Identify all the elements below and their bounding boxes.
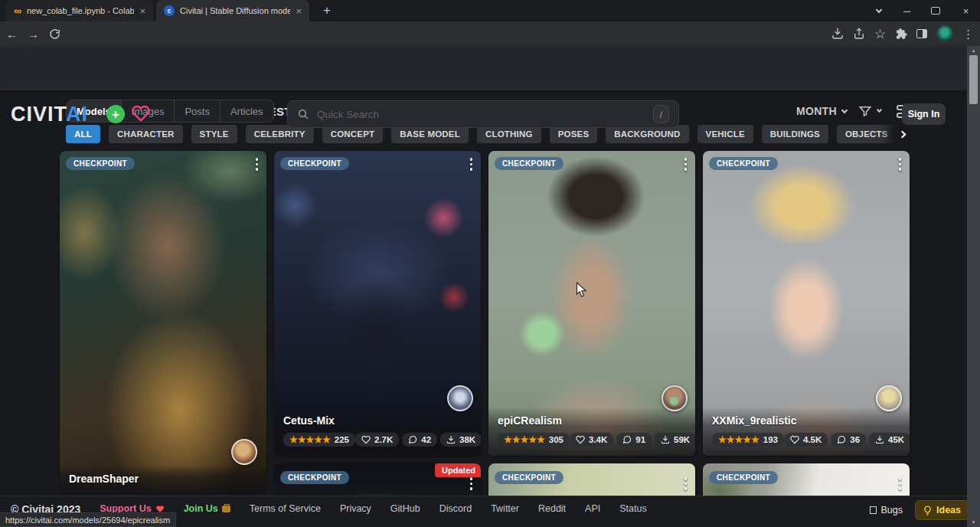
footer-link-privacy[interactable]: Privacy [340, 503, 371, 514]
likes-count: 2.7K [374, 435, 393, 444]
chip-vehicle[interactable]: VEHICLE [697, 125, 753, 143]
heart-icon [155, 505, 165, 513]
card-menu-icon[interactable] [899, 158, 902, 171]
model-title: XXMix_9realistic [712, 414, 900, 427]
bugs-link[interactable]: Bugs [870, 505, 903, 516]
browser-menu-dots-icon[interactable]: ⋮ [962, 28, 974, 40]
share-icon[interactable] [853, 28, 865, 40]
search-input[interactable] [317, 109, 645, 120]
chip-buildings[interactable]: BUILDINGS [762, 125, 828, 143]
creator-avatar[interactable] [231, 439, 257, 465]
footer-link-api[interactable]: API [585, 503, 600, 514]
maximize-window-button[interactable] [921, 0, 949, 21]
browser-profile-avatar[interactable] [936, 25, 953, 42]
likes-count: 4.5K [803, 435, 822, 444]
logo-civit-text: CIVIT [11, 103, 66, 126]
reload-button[interactable] [49, 28, 60, 40]
scroll-down-arrow[interactable]: ▼ [967, 519, 980, 526]
download-icon[interactable] [831, 28, 844, 40]
updated-badge: Updated [435, 463, 481, 477]
forward-button[interactable]: → [28, 28, 39, 40]
model-card-epicrealism[interactable]: CHECKPOINT epiCRealism ★★★★★305 3.4K 91 … [488, 151, 695, 456]
star-icons: ★★★★★ [504, 435, 545, 444]
model-card-cetus-mix[interactable]: CHECKPOINT Cetus-Mix ★★★★★225 2.7K 42 38… [274, 151, 481, 456]
comment-icon [837, 435, 846, 444]
comments-count: 91 [635, 435, 645, 444]
creator-avatar[interactable] [876, 385, 902, 411]
heart-icon [361, 435, 371, 444]
browser-tab-colab[interactable]: ∞ new_colab_file.ipynb - Colaborat × [6, 0, 153, 21]
create-plus-button[interactable]: + [106, 105, 125, 123]
footer-link-github[interactable]: GitHub [390, 503, 420, 514]
footer-link-reddit[interactable]: Reddit [538, 503, 566, 514]
model-type-badge: CHECKPOINT [709, 157, 778, 170]
tab-search-chevron-icon[interactable] [864, 0, 893, 21]
card-menu-icon[interactable] [899, 477, 902, 490]
join-us-link[interactable]: Join Us [184, 503, 230, 514]
download-icon [661, 435, 670, 444]
card-menu-icon[interactable] [256, 158, 259, 171]
browser-tab-civitai[interactable]: c Civitai | Stable Diffusion models, × [156, 0, 309, 21]
model-card-dreamshaper[interactable]: CHECKPOINT DreamShaper [60, 151, 266, 493]
filter-funnel-icon[interactable] [858, 104, 872, 118]
star-icons: ★★★★★ [289, 435, 331, 444]
comments-pill: 42 [402, 433, 437, 447]
model-title: Cetus-Mix [283, 414, 472, 427]
favorites-heart-icon[interactable] [131, 104, 151, 123]
download-icon [875, 435, 884, 444]
card-menu-icon[interactable] [470, 158, 473, 171]
browser-tab-strip: ∞ new_colab_file.ipynb - Colaborat × c C… [0, 0, 980, 21]
extensions-icon[interactable] [895, 28, 907, 40]
back-button[interactable]: ← [6, 28, 18, 40]
rating-pill: ★★★★★225 [283, 433, 355, 447]
footer-link-terms[interactable]: Terms of Service [250, 503, 321, 514]
ideas-button[interactable]: Ideas [915, 500, 969, 520]
tab-articles[interactable]: Articles [220, 100, 273, 122]
new-tab-button[interactable]: + [318, 2, 335, 19]
model-type-badge: CHECKPOINT [280, 471, 349, 484]
downloads-count: 38K [459, 435, 475, 444]
join-us-label: Join Us [184, 503, 218, 514]
sign-in-button[interactable]: Sign In [902, 103, 946, 125]
scrollbar-thumb[interactable] [969, 55, 978, 104]
chip-all[interactable]: ALL [66, 125, 100, 143]
footer-link-status[interactable]: Status [619, 503, 646, 514]
page-scrollbar[interactable]: ▲ ▼ [967, 46, 980, 527]
downloads-pill: 59K [655, 433, 695, 447]
civitai-logo[interactable]: CIVITAI [11, 103, 88, 126]
footer-link-discord[interactable]: Discord [439, 503, 472, 514]
chevron-down-icon [877, 107, 882, 113]
model-title: DreamShaper [69, 473, 257, 485]
side-panel-icon[interactable] [916, 29, 927, 38]
period-dropdown[interactable]: MONTH [796, 105, 837, 117]
download-icon [446, 435, 456, 444]
chip-style[interactable]: STYLE [191, 125, 237, 143]
likes-pill: 4.5K [784, 433, 828, 447]
close-tab-icon[interactable]: × [139, 6, 145, 16]
comments-count: 42 [421, 435, 431, 444]
card-menu-icon[interactable] [470, 477, 473, 490]
heart-icon [576, 435, 585, 444]
creator-avatar[interactable] [447, 385, 473, 411]
tab-posts[interactable]: Posts [175, 100, 220, 122]
likes-pill: 3.4K [570, 433, 613, 447]
tab-title: Civitai | Stable Diffusion models, [180, 6, 290, 15]
card-menu-icon[interactable] [684, 158, 688, 171]
bookmark-star-icon[interactable]: ☆ [874, 28, 886, 41]
model-card-xxmix9realistic[interactable]: CHECKPOINT XXMix_9realistic ★★★★★193 4.5… [703, 151, 910, 456]
creator-avatar[interactable] [662, 385, 688, 411]
model-type-badge: CHECKPOINT [495, 157, 564, 170]
card-menu-icon[interactable] [684, 477, 688, 490]
close-window-button[interactable]: × [952, 0, 980, 21]
close-tab-icon[interactable]: × [296, 6, 302, 16]
comments-count: 36 [850, 435, 860, 444]
minimize-window-button[interactable]: ─ [893, 0, 921, 21]
comment-icon [622, 435, 632, 444]
scroll-up-arrow[interactable]: ▲ [967, 47, 980, 54]
period-filter-group: MONTH [796, 100, 910, 123]
chips-scroll-right-chevron[interactable] [880, 125, 908, 143]
model-title: epiCRealism [498, 414, 686, 427]
footer-link-twitter[interactable]: Twitter [491, 503, 519, 514]
downloads-count: 59K [674, 435, 690, 444]
chip-character[interactable]: CHARACTER [109, 125, 183, 143]
